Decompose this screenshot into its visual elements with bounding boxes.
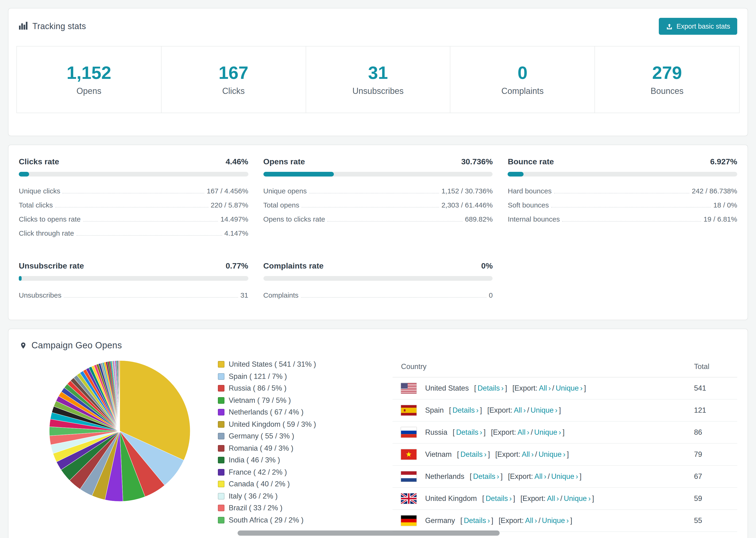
legend-swatch	[218, 445, 225, 452]
export-label: [Export:	[487, 406, 513, 414]
details-link[interactable]: Details›	[460, 450, 486, 458]
legend-label: Brazil ( 33 / 2% )	[229, 504, 283, 512]
rate-title: Clicks rate	[19, 157, 59, 167]
geo-content: United States ( 541 / 31% ) Spain ( 121 …	[19, 356, 737, 532]
horizontal-scrollbar-thumb[interactable]	[238, 530, 500, 536]
rate-title: Unsubscribe rate	[19, 261, 84, 271]
geo-pie-chart	[48, 359, 191, 503]
geo-legend: United States ( 541 / 31% ) Spain ( 121 …	[218, 356, 383, 528]
dotted-leader	[63, 193, 204, 193]
export-all-link[interactable]: All›	[517, 428, 529, 436]
chevron-right-icon: ›	[497, 472, 499, 480]
stat-box-opens: 1,152 Opens	[17, 46, 162, 113]
bar-chart-icon	[19, 21, 28, 32]
export-unique-link[interactable]: Unique›	[556, 384, 583, 392]
legend-item: Brazil ( 33 / 2% )	[218, 504, 383, 512]
stat-label: Bounces	[651, 86, 683, 96]
export-unique-link[interactable]: Unique›	[534, 428, 561, 436]
legend-label: Germany ( 55 / 3% )	[229, 432, 294, 440]
export-all-link[interactable]: All›	[547, 494, 559, 502]
page: Tracking stats Export basic stats 1,152 …	[0, 0, 756, 538]
slash-separator: /	[538, 516, 540, 524]
export-all-link[interactable]: All›	[522, 450, 534, 458]
export-all-link[interactable]: All›	[525, 516, 537, 524]
legend-swatch	[218, 505, 225, 511]
chevron-right-icon: ›	[501, 384, 504, 392]
bracket-close: ]	[491, 516, 494, 524]
legend-item: France ( 42 / 2% )	[218, 468, 383, 476]
country-name: Vietnam	[425, 450, 452, 458]
progress-bar-fill	[263, 172, 334, 177]
legend-swatch	[218, 469, 225, 475]
rate-row-value: 220 / 5.87%	[211, 201, 248, 209]
legend-swatch	[218, 373, 225, 380]
legend-swatch	[218, 481, 225, 487]
rate-row-value: 18 / 0%	[713, 201, 737, 209]
export-unique-link[interactable]: Unique›	[531, 406, 558, 414]
chevron-right-icon: ›	[588, 494, 590, 502]
rate-row: Internal bounces 19 / 6.81%	[508, 212, 737, 226]
flag-nl-icon	[401, 471, 416, 482]
geo-table-header-row: Country Total	[393, 356, 737, 377]
bracket-close: ]	[505, 384, 507, 392]
legend-swatch	[218, 385, 225, 392]
stat-label: Clicks	[222, 86, 244, 96]
rate-percent: 0%	[481, 261, 493, 271]
stat-label: Complaints	[502, 86, 544, 96]
bracket-close: ]	[567, 450, 569, 458]
details-link[interactable]: Details›	[464, 516, 490, 524]
flag-de-icon	[401, 515, 416, 526]
bracket-close: ]	[579, 472, 581, 480]
details-link[interactable]: Details›	[486, 494, 512, 502]
progress-bar-track	[19, 276, 248, 281]
details-link[interactable]: Details›	[473, 472, 499, 480]
export-unique-link[interactable]: Unique›	[542, 516, 569, 524]
dotted-leader	[64, 297, 238, 297]
tracking-stats-header: Tracking stats Export basic stats	[9, 9, 747, 42]
export-unique-link[interactable]: Unique›	[551, 472, 578, 480]
legend-item: Vietnam ( 79 / 5% )	[218, 396, 383, 404]
bracket-open: [	[474, 384, 476, 392]
country-total: 121	[685, 399, 737, 421]
slash-separator: /	[552, 384, 554, 392]
details-link[interactable]: Details›	[453, 406, 478, 414]
details-link[interactable]: Details›	[477, 384, 504, 392]
legend-item: Netherlands ( 67 / 4% )	[218, 408, 383, 416]
rate-row: Click through rate 4.147%	[19, 226, 248, 240]
bracket-open: [	[457, 450, 459, 458]
export-all-link[interactable]: All›	[539, 384, 551, 392]
rate-row: Complaints 0	[263, 288, 493, 302]
country-total: 67	[685, 465, 737, 488]
bracket-open: [	[449, 406, 451, 414]
details-link[interactable]: Details›	[456, 428, 482, 436]
chevron-right-icon: ›	[555, 406, 557, 414]
export-unique-link[interactable]: Unique›	[564, 494, 591, 502]
rate-title: Bounce rate	[508, 157, 554, 167]
chevron-right-icon: ›	[576, 472, 578, 480]
rate-block: Unsubscribe rate 0.77% Unsubscribes 31	[19, 261, 248, 302]
export-all-link[interactable]: All›	[514, 406, 526, 414]
rate-row: Opens to clicks rate 689.82%	[263, 212, 493, 226]
total-column-header: Total	[685, 356, 737, 377]
export-basic-stats-button[interactable]: Export basic stats	[659, 18, 737, 35]
legend-swatch	[218, 409, 225, 415]
rate-percent: 30.736%	[461, 157, 493, 167]
export-all-link[interactable]: All›	[534, 472, 546, 480]
country-cell: Russia [Details›] [Export:All›/Unique›]	[393, 421, 685, 443]
legend-swatch	[218, 457, 225, 463]
rate-row: Soft bounces 18 / 0%	[508, 198, 737, 212]
rate-row-value: 19 / 6.81%	[704, 215, 737, 223]
flag-vn-icon	[401, 449, 416, 459]
stat-value: 31	[368, 63, 388, 83]
stats-row: 1,152 Opens 167 Clicks 31 Unsubscribes 0…	[17, 46, 739, 113]
legend-label: United States ( 541 / 31% )	[229, 360, 316, 368]
country-column-header: Country	[393, 356, 685, 377]
export-unique-link[interactable]: Unique›	[539, 450, 566, 458]
chevron-right-icon: ›	[523, 406, 526, 414]
export-label: [Export:	[508, 472, 533, 480]
bracket-close: ]	[592, 494, 594, 502]
export-icon	[666, 23, 673, 30]
legend-label: Canada ( 40 / 2% )	[229, 480, 290, 488]
legend-item: United States ( 541 / 31% )	[218, 360, 383, 368]
bracket-close: ]	[563, 428, 565, 436]
